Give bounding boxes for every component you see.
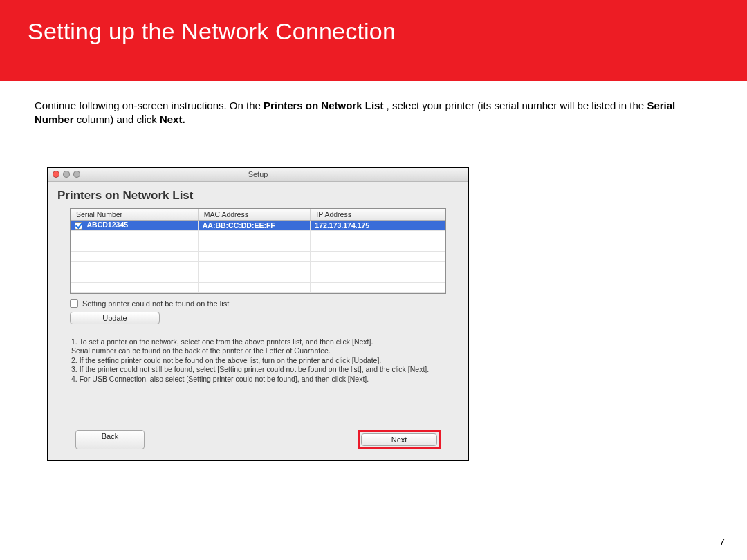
checkbox-icon[interactable]	[75, 222, 82, 230]
table-row	[71, 251, 445, 261]
col-mac[interactable]: MAC Address	[198, 209, 311, 221]
table-row	[71, 282, 445, 292]
not-found-checkbox[interactable]	[70, 299, 78, 308]
body-bold-3: Next.	[160, 113, 185, 125]
not-found-label: Setting printer could not be found on th…	[82, 299, 229, 308]
next-button[interactable]: Next	[361, 433, 437, 446]
table-row	[71, 241, 445, 251]
screenshot-container: Setup Printers on Network List Serial Nu…	[47, 167, 469, 461]
page-title: Setting up the Network Connection	[28, 18, 719, 45]
minimize-icon[interactable]	[63, 171, 70, 178]
cell-ip: 172.173.174.175	[311, 220, 445, 230]
close-icon[interactable]	[53, 171, 59, 178]
table-row[interactable]: ABCD12345 AA:BB:CC:DD:EE:FF 172.173.174.…	[71, 220, 445, 230]
table-row	[71, 230, 445, 241]
cell-mac: AA:BB:CC:DD:EE:FF	[198, 220, 311, 230]
window-title: Setup	[48, 170, 468, 178]
page-banner: Setting up the Network Connection	[0, 0, 747, 81]
update-button[interactable]: Update	[70, 312, 160, 324]
window-heading: Printers on Network List	[57, 189, 459, 203]
back-button[interactable]: Back	[75, 430, 145, 449]
setup-window: Setup Printers on Network List Serial Nu…	[47, 167, 469, 461]
body-text-2: , select your printer (its serial number…	[387, 100, 647, 111]
window-titlebar: Setup	[48, 168, 468, 182]
body-text-1: Continue following on-screen instruction…	[35, 100, 264, 111]
table-row	[71, 261, 445, 272]
body-bold-1: Printers on Network List	[264, 100, 383, 111]
zoom-icon[interactable]	[73, 171, 80, 178]
traffic-lights	[48, 171, 80, 178]
table-row	[71, 272, 445, 282]
instruction-list: 1. To set a printer on the network, sele…	[71, 337, 445, 384]
col-serial[interactable]: Serial Number	[71, 209, 198, 221]
page-number: 7	[719, 536, 725, 548]
next-button-highlight: Next	[358, 430, 441, 449]
cell-serial: ABCD12345	[87, 221, 129, 229]
printer-table: Serial Number MAC Address IP Address ABC…	[70, 208, 446, 294]
instruction-paragraph: Continue following on-screen instruction…	[0, 81, 747, 127]
col-ip[interactable]: IP Address	[311, 209, 445, 221]
divider	[70, 333, 446, 333]
body-text-3: column) and click	[77, 113, 160, 125]
